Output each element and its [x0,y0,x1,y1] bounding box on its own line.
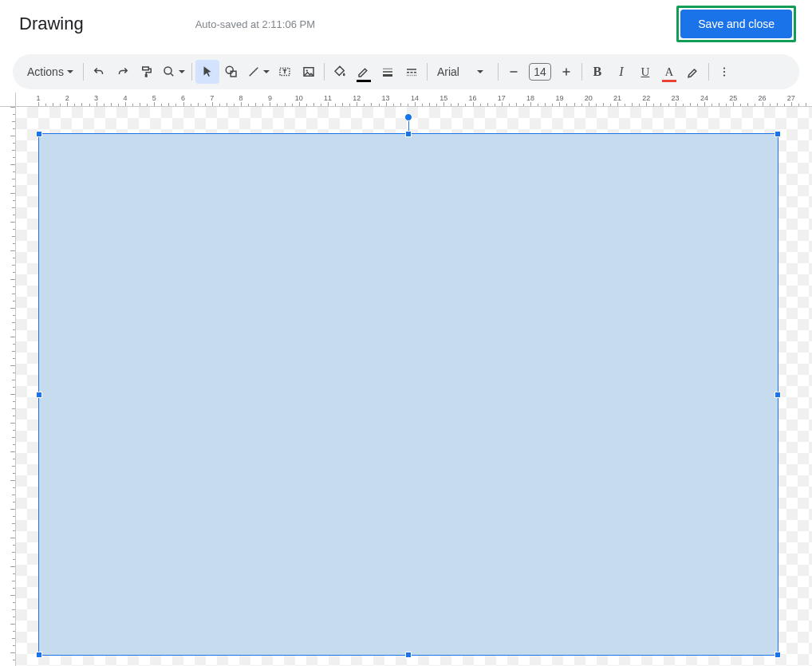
resize-handle-bm[interactable] [405,652,412,658]
font-name-label: Arial [437,65,459,78]
paint-roller-icon [140,65,154,79]
zoom-icon [162,65,176,79]
more-vert-icon [717,65,731,79]
font-size-increase-button[interactable] [554,60,578,84]
resize-handle-tr[interactable] [775,131,781,137]
app-title: Drawing [19,14,84,34]
line-icon [246,65,261,79]
rotate-handle[interactable] [404,113,412,121]
ruler-corner [0,93,16,107]
pencil-icon [357,65,371,79]
actions-menu[interactable]: Actions [21,65,80,78]
font-size-input[interactable] [529,63,551,81]
zoom-button[interactable] [159,60,188,84]
workspace: 1234567891011121314151617181920212223242… [0,93,812,666]
autosave-status: Auto-saved at 2:11:06 PM [195,18,315,30]
line-tool-button[interactable] [243,60,273,84]
image-icon [302,65,316,79]
bold-button[interactable]: B [585,60,609,84]
paint-format-button[interactable] [135,60,159,84]
caret-down-icon [179,70,185,73]
resize-handle-tm[interactable] [405,131,412,137]
highlight-button[interactable] [681,60,705,84]
svg-point-7 [723,71,725,73]
canvas[interactable] [16,107,812,666]
highlighter-icon [686,65,700,79]
image-button[interactable] [297,60,321,84]
caret-down-icon [263,70,270,73]
textbox-icon [278,65,292,79]
fill-color-button[interactable] [328,60,352,84]
minus-icon [507,65,521,79]
resize-handle-tl[interactable] [36,131,42,137]
undo-icon [92,65,106,79]
cursor-icon [200,65,215,79]
actions-label: Actions [27,65,64,78]
border-color-button[interactable] [352,60,376,84]
more-button[interactable] [712,60,736,84]
weight-icon [380,65,395,79]
svg-point-5 [306,69,308,71]
undo-button[interactable] [87,60,111,84]
underline-button[interactable]: U [633,60,657,84]
textbox-button[interactable] [273,60,297,84]
shape-icon [224,65,238,79]
ruler-horizontal[interactable]: 1234567891011121314151617181920212223242… [16,93,812,107]
shape-tool-button[interactable] [219,60,243,84]
plus-icon [559,65,574,79]
dash-icon [404,65,419,79]
resize-handle-bl[interactable] [36,652,42,658]
svg-point-6 [723,67,725,69]
svg-point-8 [723,74,725,76]
selected-shape[interactable] [38,133,778,656]
toolbar: Actions Arial B I U A [13,54,799,89]
save-and-close-button[interactable]: Save and close [680,10,792,38]
svg-point-0 [164,67,171,74]
caret-down-icon [67,70,73,73]
ruler-vertical[interactable] [0,107,16,666]
save-highlight: Save and close [676,6,796,42]
svg-rect-2 [231,71,236,77]
fill-icon [333,65,347,79]
svg-point-1 [226,66,233,73]
font-size-decrease-button[interactable] [502,60,526,84]
text-color-button[interactable]: A [657,60,681,84]
italic-button[interactable]: I [609,60,633,84]
border-weight-button[interactable] [376,60,400,84]
caret-down-icon [477,70,483,73]
resize-handle-mr[interactable] [775,392,781,398]
resize-handle-ml[interactable] [36,392,42,398]
border-dash-button[interactable] [400,60,424,84]
header: Drawing Auto-saved at 2:11:06 PM Save an… [0,0,812,48]
resize-handle-br[interactable] [775,652,781,658]
font-select[interactable]: Arial [431,65,495,78]
redo-button[interactable] [111,60,135,84]
select-tool-button[interactable] [195,60,219,84]
redo-icon [116,65,130,79]
